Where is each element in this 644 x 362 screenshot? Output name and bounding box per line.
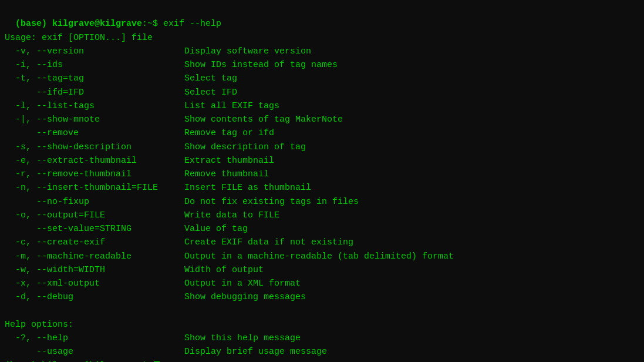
output-debug: -d, --debug Show debugging messages: [5, 292, 306, 302]
output-ids: -i, --ids Show IDs instead of tag names: [5, 60, 338, 70]
output-usage: Usage: exif [OPTION...] file: [5, 33, 153, 43]
output-machine-readable: -m, --machine-readable Output in a machi…: [5, 252, 454, 262]
output-width: -w, --width=WIDTH Width of output: [5, 265, 264, 275]
output-usage-flag: --usage Display brief usage message: [5, 347, 327, 357]
output-show-desc: -s, --show-description Show description …: [5, 142, 306, 152]
output-create-exif: -c, --create-exif Create EXIF data if no…: [5, 237, 353, 247]
output-remove: --remove Remove tag or ifd: [5, 128, 274, 138]
prompt-line-1: (base) kilgrave@kilgrave:~$ exif --help: [15, 19, 221, 29]
output-ifd: --ifd=IFD Select IFD: [5, 88, 237, 98]
output-no-fixup: --no-fixup Do not fix existing tags in f…: [5, 197, 359, 207]
output-remove-thumb: -r, --remove-thumbnail Remove thumbnail: [5, 169, 269, 179]
output-extract-thumb: -e, --extract-thumbnail Extract thumbnai…: [5, 156, 274, 166]
output-list-tags: -l, --list-tags List all EXIF tags: [5, 101, 279, 111]
output-insert-thumb: -n, --insert-thumbnail=FILE Insert FILE …: [5, 183, 311, 193]
output-version: -v, --version Display software version: [5, 46, 311, 56]
output-help-header: Help options:: [5, 320, 73, 330]
output-help-flag: -?, --help Show this help message: [5, 333, 301, 343]
output-set-value: --set-value=STRING Value of tag: [5, 224, 248, 234]
output-xml: -x, --xml-output Output in a XML format: [5, 279, 301, 289]
terminal[interactable]: (base) kilgrave@kilgrave:~$ exif --help …: [0, 0, 644, 362]
output-show-mnote: -|, --show-mnote Show contents of tag Ma…: [5, 115, 343, 125]
output-tag: -t, --tag=tag Select tag: [5, 73, 237, 83]
output-output: -o, --output=FILE Write data to FILE: [5, 210, 279, 220]
prompt-prefix-1: (base) kilgrave@kilgrave: [15, 19, 142, 29]
